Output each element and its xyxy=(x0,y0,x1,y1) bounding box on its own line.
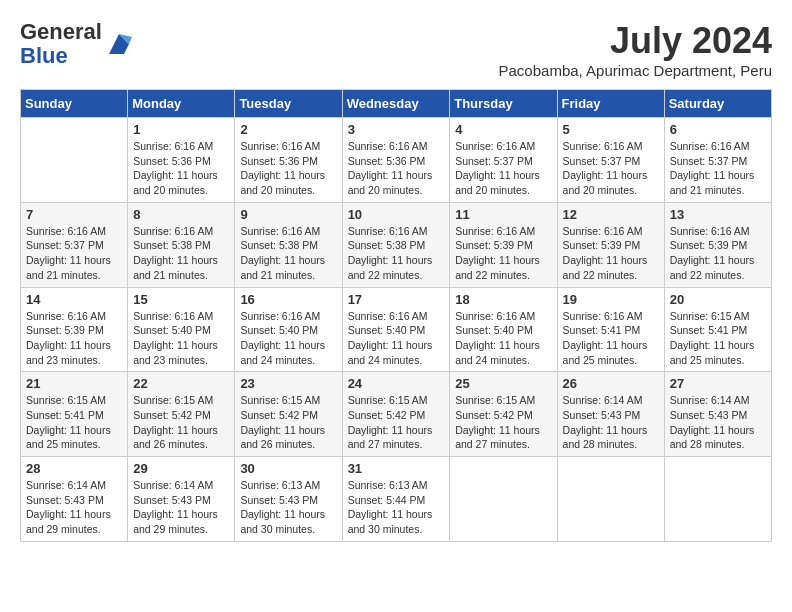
day-info: Sunrise: 6:16 AMSunset: 5:38 PMDaylight:… xyxy=(133,224,229,283)
day-info: Sunrise: 6:16 AMSunset: 5:37 PMDaylight:… xyxy=(563,139,659,198)
title-area: July 2024 Pacobamba, Apurimac Department… xyxy=(499,20,772,79)
calendar-cell: 17Sunrise: 6:16 AMSunset: 5:40 PMDayligh… xyxy=(342,287,450,372)
calendar-cell: 31Sunrise: 6:13 AMSunset: 5:44 PMDayligh… xyxy=(342,457,450,542)
day-info: Sunrise: 6:16 AMSunset: 5:41 PMDaylight:… xyxy=(563,309,659,368)
calendar-cell: 18Sunrise: 6:16 AMSunset: 5:40 PMDayligh… xyxy=(450,287,557,372)
weekday-header-tuesday: Tuesday xyxy=(235,90,342,118)
calendar-cell xyxy=(21,118,128,203)
logo-general: General xyxy=(20,19,102,44)
calendar-cell: 21Sunrise: 6:15 AMSunset: 5:41 PMDayligh… xyxy=(21,372,128,457)
day-number: 2 xyxy=(240,122,336,137)
day-number: 12 xyxy=(563,207,659,222)
day-info: Sunrise: 6:16 AMSunset: 5:36 PMDaylight:… xyxy=(133,139,229,198)
day-number: 21 xyxy=(26,376,122,391)
day-number: 26 xyxy=(563,376,659,391)
day-info: Sunrise: 6:16 AMSunset: 5:36 PMDaylight:… xyxy=(348,139,445,198)
day-info: Sunrise: 6:15 AMSunset: 5:42 PMDaylight:… xyxy=(455,393,551,452)
calendar-cell: 29Sunrise: 6:14 AMSunset: 5:43 PMDayligh… xyxy=(128,457,235,542)
day-number: 3 xyxy=(348,122,445,137)
day-number: 7 xyxy=(26,207,122,222)
calendar-cell: 9Sunrise: 6:16 AMSunset: 5:38 PMDaylight… xyxy=(235,202,342,287)
day-info: Sunrise: 6:16 AMSunset: 5:40 PMDaylight:… xyxy=(133,309,229,368)
day-info: Sunrise: 6:16 AMSunset: 5:39 PMDaylight:… xyxy=(670,224,766,283)
day-info: Sunrise: 6:13 AMSunset: 5:43 PMDaylight:… xyxy=(240,478,336,537)
header: General Blue July 2024 Pacobamba, Apurim… xyxy=(20,20,772,79)
day-number: 14 xyxy=(26,292,122,307)
calendar-cell: 15Sunrise: 6:16 AMSunset: 5:40 PMDayligh… xyxy=(128,287,235,372)
location-title: Pacobamba, Apurimac Department, Peru xyxy=(499,62,772,79)
day-info: Sunrise: 6:14 AMSunset: 5:43 PMDaylight:… xyxy=(563,393,659,452)
calendar-cell: 10Sunrise: 6:16 AMSunset: 5:38 PMDayligh… xyxy=(342,202,450,287)
day-info: Sunrise: 6:15 AMSunset: 5:42 PMDaylight:… xyxy=(133,393,229,452)
calendar-cell: 13Sunrise: 6:16 AMSunset: 5:39 PMDayligh… xyxy=(664,202,771,287)
calendar-cell: 25Sunrise: 6:15 AMSunset: 5:42 PMDayligh… xyxy=(450,372,557,457)
day-info: Sunrise: 6:16 AMSunset: 5:37 PMDaylight:… xyxy=(455,139,551,198)
calendar-cell: 14Sunrise: 6:16 AMSunset: 5:39 PMDayligh… xyxy=(21,287,128,372)
calendar-cell: 2Sunrise: 6:16 AMSunset: 5:36 PMDaylight… xyxy=(235,118,342,203)
day-number: 11 xyxy=(455,207,551,222)
day-info: Sunrise: 6:15 AMSunset: 5:41 PMDaylight:… xyxy=(670,309,766,368)
calendar-cell: 8Sunrise: 6:16 AMSunset: 5:38 PMDaylight… xyxy=(128,202,235,287)
calendar-cell: 23Sunrise: 6:15 AMSunset: 5:42 PMDayligh… xyxy=(235,372,342,457)
weekday-header-row: SundayMondayTuesdayWednesdayThursdayFrid… xyxy=(21,90,772,118)
day-info: Sunrise: 6:14 AMSunset: 5:43 PMDaylight:… xyxy=(133,478,229,537)
day-info: Sunrise: 6:16 AMSunset: 5:39 PMDaylight:… xyxy=(26,309,122,368)
calendar-cell: 28Sunrise: 6:14 AMSunset: 5:43 PMDayligh… xyxy=(21,457,128,542)
logo-icon xyxy=(104,29,134,59)
day-info: Sunrise: 6:16 AMSunset: 5:40 PMDaylight:… xyxy=(348,309,445,368)
day-number: 4 xyxy=(455,122,551,137)
day-info: Sunrise: 6:16 AMSunset: 5:39 PMDaylight:… xyxy=(455,224,551,283)
calendar-cell: 20Sunrise: 6:15 AMSunset: 5:41 PMDayligh… xyxy=(664,287,771,372)
day-info: Sunrise: 6:16 AMSunset: 5:37 PMDaylight:… xyxy=(26,224,122,283)
calendar-cell: 5Sunrise: 6:16 AMSunset: 5:37 PMDaylight… xyxy=(557,118,664,203)
weekday-header-sunday: Sunday xyxy=(21,90,128,118)
day-number: 13 xyxy=(670,207,766,222)
day-info: Sunrise: 6:16 AMSunset: 5:38 PMDaylight:… xyxy=(240,224,336,283)
calendar-cell xyxy=(557,457,664,542)
calendar-cell: 1Sunrise: 6:16 AMSunset: 5:36 PMDaylight… xyxy=(128,118,235,203)
day-info: Sunrise: 6:16 AMSunset: 5:40 PMDaylight:… xyxy=(240,309,336,368)
day-info: Sunrise: 6:16 AMSunset: 5:36 PMDaylight:… xyxy=(240,139,336,198)
day-info: Sunrise: 6:14 AMSunset: 5:43 PMDaylight:… xyxy=(26,478,122,537)
day-number: 23 xyxy=(240,376,336,391)
calendar-cell: 30Sunrise: 6:13 AMSunset: 5:43 PMDayligh… xyxy=(235,457,342,542)
day-number: 19 xyxy=(563,292,659,307)
day-number: 28 xyxy=(26,461,122,476)
weekday-header-saturday: Saturday xyxy=(664,90,771,118)
day-info: Sunrise: 6:14 AMSunset: 5:43 PMDaylight:… xyxy=(670,393,766,452)
calendar-cell: 27Sunrise: 6:14 AMSunset: 5:43 PMDayligh… xyxy=(664,372,771,457)
day-number: 5 xyxy=(563,122,659,137)
logo-blue: Blue xyxy=(20,43,68,68)
weekday-header-thursday: Thursday xyxy=(450,90,557,118)
weekday-header-wednesday: Wednesday xyxy=(342,90,450,118)
day-info: Sunrise: 6:16 AMSunset: 5:37 PMDaylight:… xyxy=(670,139,766,198)
day-number: 15 xyxy=(133,292,229,307)
day-number: 16 xyxy=(240,292,336,307)
day-number: 1 xyxy=(133,122,229,137)
calendar-cell xyxy=(450,457,557,542)
day-number: 22 xyxy=(133,376,229,391)
calendar-table: SundayMondayTuesdayWednesdayThursdayFrid… xyxy=(20,89,772,542)
day-number: 25 xyxy=(455,376,551,391)
day-number: 31 xyxy=(348,461,445,476)
calendar-cell: 19Sunrise: 6:16 AMSunset: 5:41 PMDayligh… xyxy=(557,287,664,372)
week-row-1: 1Sunrise: 6:16 AMSunset: 5:36 PMDaylight… xyxy=(21,118,772,203)
day-number: 17 xyxy=(348,292,445,307)
logo: General Blue xyxy=(20,20,134,68)
week-row-3: 14Sunrise: 6:16 AMSunset: 5:39 PMDayligh… xyxy=(21,287,772,372)
day-number: 30 xyxy=(240,461,336,476)
day-number: 6 xyxy=(670,122,766,137)
calendar-cell: 3Sunrise: 6:16 AMSunset: 5:36 PMDaylight… xyxy=(342,118,450,203)
calendar-cell: 11Sunrise: 6:16 AMSunset: 5:39 PMDayligh… xyxy=(450,202,557,287)
day-number: 27 xyxy=(670,376,766,391)
day-number: 20 xyxy=(670,292,766,307)
week-row-4: 21Sunrise: 6:15 AMSunset: 5:41 PMDayligh… xyxy=(21,372,772,457)
day-number: 9 xyxy=(240,207,336,222)
day-number: 10 xyxy=(348,207,445,222)
weekday-header-friday: Friday xyxy=(557,90,664,118)
day-info: Sunrise: 6:15 AMSunset: 5:42 PMDaylight:… xyxy=(240,393,336,452)
calendar-cell: 26Sunrise: 6:14 AMSunset: 5:43 PMDayligh… xyxy=(557,372,664,457)
calendar-cell: 7Sunrise: 6:16 AMSunset: 5:37 PMDaylight… xyxy=(21,202,128,287)
week-row-5: 28Sunrise: 6:14 AMSunset: 5:43 PMDayligh… xyxy=(21,457,772,542)
day-number: 18 xyxy=(455,292,551,307)
